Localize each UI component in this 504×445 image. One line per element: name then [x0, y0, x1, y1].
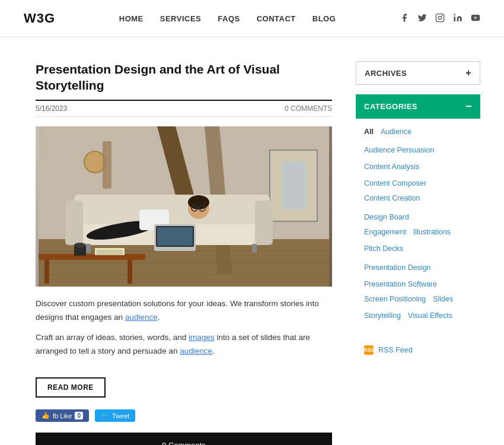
facebook-like-button[interactable]: 👍 fb Like 0 [36, 409, 89, 422]
main-content: Presentation Design and the Art of Visua… [36, 61, 332, 445]
youtube-icon[interactable] [471, 13, 480, 24]
site-header: W3G HOME SERVICES FAQS CONTACT BLOG [0, 0, 504, 37]
category-link-audience[interactable]: Audience [381, 125, 412, 141]
article-title: Presentation Design and the Art of Visua… [36, 61, 332, 94]
cat-row-4: Content Composer [364, 174, 472, 191]
page-container: Presentation Design and the Art of Visua… [0, 37, 504, 445]
comments-bar: 0 Comments [36, 433, 332, 445]
svg-rect-13 [282, 162, 305, 209]
nav-item-contact[interactable]: CONTACT [257, 14, 296, 23]
article-paragraph-1: Discover custom presentation solutions f… [36, 297, 332, 325]
category-link-slides[interactable]: Slides [433, 292, 453, 309]
nav-item-services[interactable]: SERVICES [160, 14, 202, 23]
categories-box: CATEGORIES − All Audience Audience Persu… [356, 94, 480, 331]
archives-label: ARCHIVES [365, 69, 407, 78]
twitter-bird-icon: 🐦 [101, 412, 109, 419]
svg-rect-38 [103, 141, 111, 189]
category-link-pitch-decks[interactable]: Pitch Decks [364, 241, 403, 258]
nav-list: HOME SERVICES FAQS CONTACT BLOG [119, 14, 336, 23]
fb-like-count: 0 [75, 412, 83, 419]
cat-row-9: Screen Positioning Slides [364, 292, 472, 309]
categories-label: CATEGORIES [364, 102, 417, 111]
article-paragraph-2: Craft an array of ideas, stories, words,… [36, 331, 332, 358]
social-icons-group [400, 13, 480, 24]
category-link-storytelling[interactable]: Storytelling [364, 309, 401, 325]
comments-bar-text: 0 Comments [162, 441, 206, 445]
rss-feed-link[interactable]: RSS Feed [378, 346, 413, 354]
categories-list: All Audience Audience Persuasion Content… [356, 119, 480, 331]
category-link-content-composer[interactable]: Content Composer [364, 179, 426, 187]
category-link-illustrations[interactable]: Illustrations [413, 225, 451, 241]
nav-link-services[interactable]: SERVICES [160, 14, 202, 23]
svg-rect-29 [157, 227, 193, 246]
cat-row-10: Storytelling Visual Effects [364, 309, 472, 325]
nav-item-faqs[interactable]: FAQS [218, 14, 240, 23]
facebook-icon-small: 👍 [42, 412, 50, 419]
category-link-screen-positioning[interactable]: Screen Positioning [364, 292, 426, 309]
archives-header[interactable]: ARCHIVES + [356, 62, 480, 84]
svg-rect-31 [44, 260, 49, 284]
tweet-button[interactable]: 🐦 Tweet [95, 409, 135, 422]
cat-row-3: Content Analysis [364, 158, 472, 174]
sidebar: ARCHIVES + CATEGORIES − All Audience Aud… [356, 61, 480, 445]
svg-point-2 [442, 15, 443, 16]
svg-point-23 [188, 195, 209, 209]
category-link-engagement[interactable]: Engagement [364, 225, 406, 241]
social-buttons: 👍 fb Like 0 🐦 Tweet [36, 409, 332, 422]
article-comments-count[interactable]: 0 COMMENTS [285, 104, 332, 113]
category-link-design-board[interactable]: Design Board [364, 210, 409, 225]
category-link-content-creation[interactable]: Content Creation [364, 191, 420, 208]
svg-rect-17 [255, 201, 273, 245]
fb-like-label: fb Like [53, 412, 72, 419]
instagram-icon[interactable] [435, 13, 445, 24]
svg-point-3 [454, 14, 455, 15]
svg-rect-15 [74, 195, 270, 224]
article-meta: 5/16/2023 0 COMMENTS [36, 100, 332, 117]
cat-row-1: All Audience [364, 125, 472, 141]
svg-rect-19 [252, 244, 257, 253]
svg-point-34 [74, 243, 86, 247]
nav-link-faqs[interactable]: FAQS [218, 14, 240, 23]
svg-rect-36 [97, 250, 123, 255]
category-link-content-analysis[interactable]: Content Analysis [364, 163, 419, 171]
category-link-presentation-design[interactable]: Presentation Design [364, 260, 431, 275]
nav-item-blog[interactable]: BLOG [312, 14, 336, 23]
archives-toggle-icon[interactable]: + [465, 68, 471, 78]
article-date: 5/16/2023 [36, 104, 67, 113]
category-link-audience-persuasion[interactable]: Audience Persuasion [364, 146, 434, 154]
svg-rect-30 [39, 254, 145, 260]
read-more-button[interactable]: READ MORE [36, 377, 106, 398]
svg-rect-18 [86, 244, 91, 253]
categories-toggle-icon[interactable]: − [465, 100, 472, 113]
categories-header[interactable]: CATEGORIES − [356, 94, 480, 119]
svg-rect-32 [127, 260, 132, 284]
facebook-icon[interactable] [400, 13, 409, 24]
tweet-label: Tweet [112, 412, 129, 419]
cat-row-7: Pitch Decks Presentation Design [364, 241, 472, 275]
archives-box: ARCHIVES + [356, 61, 480, 85]
cat-row-5: Content Creation Design Board [364, 191, 472, 225]
svg-rect-0 [436, 14, 444, 21]
nav-link-blog[interactable]: BLOG [312, 14, 336, 23]
svg-rect-16 [65, 201, 83, 245]
category-link-presentation-software[interactable]: Presentation Software [364, 280, 437, 288]
cat-row-2: Audience Persuasion [364, 141, 472, 158]
rss-row: RSS RSS Feed [356, 341, 480, 360]
svg-point-37 [84, 151, 106, 173]
cat-row-6: Engagement Illustrations [364, 225, 472, 241]
cat-row-8: Presentation Software [364, 275, 472, 292]
article-body: Discover custom presentation solutions f… [36, 297, 332, 359]
site-logo[interactable]: W3G [24, 11, 55, 26]
article-image [36, 126, 332, 287]
nav-link-home[interactable]: HOME [119, 14, 143, 23]
rss-icon: RSS [364, 345, 374, 355]
linkedin-icon[interactable] [453, 13, 462, 24]
svg-point-1 [438, 16, 441, 19]
twitter-icon[interactable] [417, 13, 427, 24]
category-link-all[interactable]: All [364, 125, 374, 141]
nav-item-home[interactable]: HOME [119, 14, 143, 23]
main-nav: HOME SERVICES FAQS CONTACT BLOG [119, 14, 336, 23]
nav-link-contact[interactable]: CONTACT [257, 14, 296, 23]
category-link-visual-effects[interactable]: Visual Effects [408, 309, 452, 325]
